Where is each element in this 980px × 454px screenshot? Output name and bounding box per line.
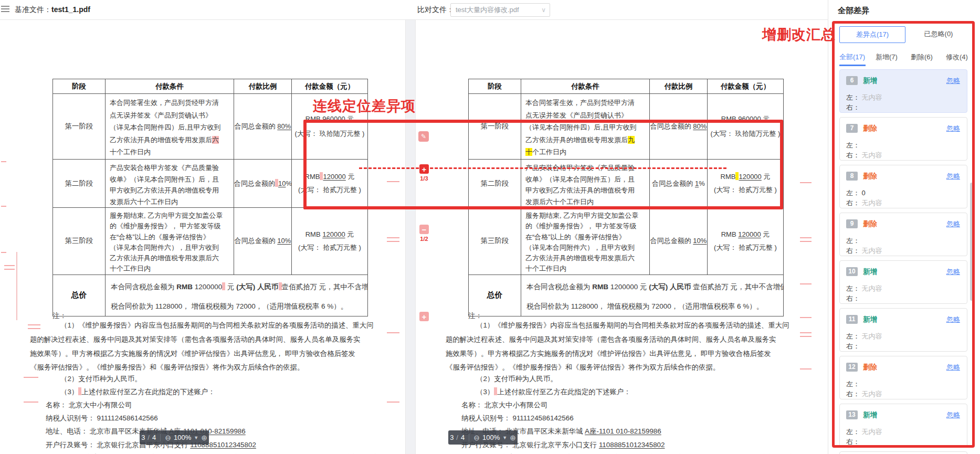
- diff-card-type: 新增: [863, 410, 877, 420]
- diff-card[interactable]: 14: [839, 451, 967, 454]
- ratio-cell: 合同总金额的 1%: [650, 160, 708, 208]
- right-value: 无内容: [860, 199, 882, 207]
- zoom-level: 100%: [482, 434, 500, 441]
- column-header: 付款条件: [521, 79, 650, 94]
- zoom-caret-icon[interactable]: ▼: [502, 435, 507, 440]
- diff-card-badge: 12: [846, 363, 858, 372]
- diff-card-type: 新增: [863, 315, 877, 324]
- ignore-link[interactable]: 忽略: [946, 267, 960, 277]
- diff-card-type: 新增: [863, 267, 877, 277]
- filter-deleted[interactable]: 删除(6): [911, 52, 933, 62]
- note-line: （2）支付币种为人民币。: [476, 374, 557, 384]
- diff-card[interactable]: 6新增忽略左： 无内容右：: [839, 69, 967, 113]
- condition-cell: 服务期结束, 乙方向甲方提交加盖公章的《维护服务报告》， 甲方签发等级在“合格”…: [106, 208, 234, 275]
- condition-line: 乙方依法开具的增值税专用发票后六: [525, 253, 646, 263]
- panel-scrollbar[interactable]: [970, 183, 973, 301]
- zoom-out-icon[interactable]: ⊖: [473, 434, 480, 442]
- diff-card[interactable]: 10新增忽略左： 无内容右：: [839, 260, 967, 304]
- condition-cell: 服务期结束, 乙方向甲方提交加盖公章的《维护服务报告》， 甲方签发等级在“合格”…: [521, 208, 650, 275]
- diff-card-left-row: 左： 无内容: [846, 332, 882, 341]
- doc-text: 1200000 元: [608, 283, 649, 291]
- doc-text: 乙方依法开具的增值税专用发票后: [110, 136, 212, 144]
- doc-text: 发票后六十个工作日内: [110, 198, 178, 206]
- left-label: 左：: [846, 284, 860, 292]
- tab-ignored[interactable]: 已忽略(0): [905, 26, 972, 43]
- collapse-diff-button[interactable]: −: [419, 225, 429, 234]
- doc-text: 十个工作日内: [525, 265, 566, 272]
- filter-added[interactable]: 新增(7): [876, 52, 898, 62]
- stage-cell: 第三阶段: [469, 208, 521, 275]
- condition-line: 乙方依法开具的增值税专用发票后九: [525, 134, 646, 146]
- ignore-link[interactable]: 忽略: [946, 76, 960, 86]
- chevron-down-icon: ∨: [541, 4, 546, 16]
- stage-cell: 第三阶段: [53, 208, 106, 275]
- diff-card[interactable]: 12删除忽略左： 右： 无内容: [839, 356, 967, 399]
- doc-text: 十个工作日内: [110, 148, 151, 156]
- page-total: 4: [152, 434, 156, 441]
- doc-text: 点无误并签发《产品到货确认书》: [525, 111, 628, 119]
- diff-card[interactable]: 8删除忽略左： 0右： 无内容: [839, 165, 967, 208]
- doc-text: 个工作日内: [532, 148, 566, 156]
- ignore-link[interactable]: 忽略: [946, 363, 960, 372]
- condition-line: 收单》（详见本合同附件五）后，且: [110, 174, 230, 185]
- ignore-link[interactable]: 忽略: [946, 410, 960, 420]
- zoom-caret-icon[interactable]: ▼: [194, 435, 198, 440]
- expand-diff-button-2[interactable]: +: [419, 312, 429, 321]
- doc-text: (大写： 拾贰万元整 ): [298, 244, 361, 251]
- zoom-in-icon[interactable]: ⊕: [510, 434, 516, 442]
- right-label: 右：: [846, 103, 860, 111]
- doc-text: 合同总金额的: [652, 180, 695, 187]
- right-label: 右：: [846, 151, 860, 159]
- right-value: 无内容: [860, 390, 882, 398]
- compare-file-label-text: 比对文件：: [417, 5, 454, 14]
- amount-line: RMB 120000 元: [292, 172, 367, 182]
- base-payment-table-grid: 阶段付款条件付款比例付款金额（元）第一阶段本合同签署生效，产品到货经甲方清点无误…: [52, 79, 368, 316]
- diff-card[interactable]: 11新增忽略左： 无内容右：: [839, 308, 967, 352]
- tab-diff-points[interactable]: 差异点(17): [839, 26, 905, 43]
- doc-text: 十个工作日内: [110, 265, 151, 272]
- amount-line: RMB 960000 元: [292, 114, 367, 124]
- diff-card[interactable]: 13新增忽略左： 无内容右：: [839, 404, 967, 447]
- diff-card[interactable]: 9删除忽略左： 右： 无内容: [839, 213, 967, 256]
- column-header: 付款条件: [106, 79, 234, 94]
- filter-modified[interactable]: 修改(4): [946, 52, 968, 62]
- doc-text: %: [699, 180, 705, 187]
- filter-all[interactable]: 全部(17): [839, 52, 865, 62]
- expand-diff-button[interactable]: +: [419, 164, 429, 174]
- ignore-link[interactable]: 忽略: [946, 315, 960, 324]
- highlighted-text: 六: [212, 136, 219, 144]
- right-page-toolbar: 3 / 4 ⊖ 100% ▼ ⊕: [448, 430, 518, 445]
- annotate-pen-button[interactable]: ✎: [418, 131, 429, 142]
- doc-text: 壹佰贰拾万 元，其中不含增值: [691, 283, 784, 291]
- diff-tick-mark: [800, 332, 812, 333]
- hamburger-menu-icon[interactable]: [1, 6, 9, 13]
- diff-tick-mark: [800, 317, 812, 318]
- compare-file-select[interactable]: test大量内容修改.pdf ∨: [450, 3, 550, 17]
- doc-text: 发票后六十个工作日内: [525, 198, 594, 206]
- note-line: （2）支付币种为人民币。: [60, 374, 142, 384]
- compare-payment-table-grid: 阶段付款条件付款比例付款金额（元）第一阶段本合同签署生效，产品到货经甲方清点无误…: [468, 79, 784, 316]
- zoom-out-icon[interactable]: ⊖: [165, 434, 171, 442]
- left-page-toolbar: 3 / 4 ⊖ 100% ▼ ⊕: [140, 430, 209, 445]
- left-label: 左：: [846, 332, 860, 340]
- ignore-link[interactable]: 忽略: [946, 172, 960, 181]
- diff-card-right-row: 右：: [846, 294, 860, 303]
- highlighted-text: 10%: [693, 237, 707, 245]
- stage-cell: 第一阶段: [53, 94, 106, 160]
- condition-line: 十个工作日内: [525, 263, 646, 274]
- condition-line: 乙方依法开具的增值税专用发票后六: [110, 253, 230, 263]
- diff-card-left-row: 左： 无内容: [846, 93, 882, 102]
- ignore-link[interactable]: 忽略: [946, 219, 960, 229]
- zoom-in-icon[interactable]: ⊕: [201, 434, 207, 442]
- highlighted-text: 120000: [738, 230, 761, 238]
- diff-card[interactable]: 7删除忽略左： 右： 无内容: [839, 117, 967, 161]
- highlighted-text: A座-1101 010-82159986: [585, 427, 661, 435]
- diff-tick-mark: [800, 237, 812, 238]
- doc-text: RMB: [305, 173, 320, 181]
- right-label: 右：: [846, 294, 860, 302]
- doc-text: 注：: [52, 312, 67, 320]
- amount-cell: RMB 120000 元(大写： 拾贰万元整 ): [292, 160, 368, 208]
- ignore-link[interactable]: 忽略: [946, 124, 960, 133]
- doc-text: 税合同价款为 1128000， 增值税税额为 72000，（适用增值税税率 6 …: [526, 302, 763, 310]
- base-file-label: 基准文件：test1_1.pdf: [15, 5, 90, 15]
